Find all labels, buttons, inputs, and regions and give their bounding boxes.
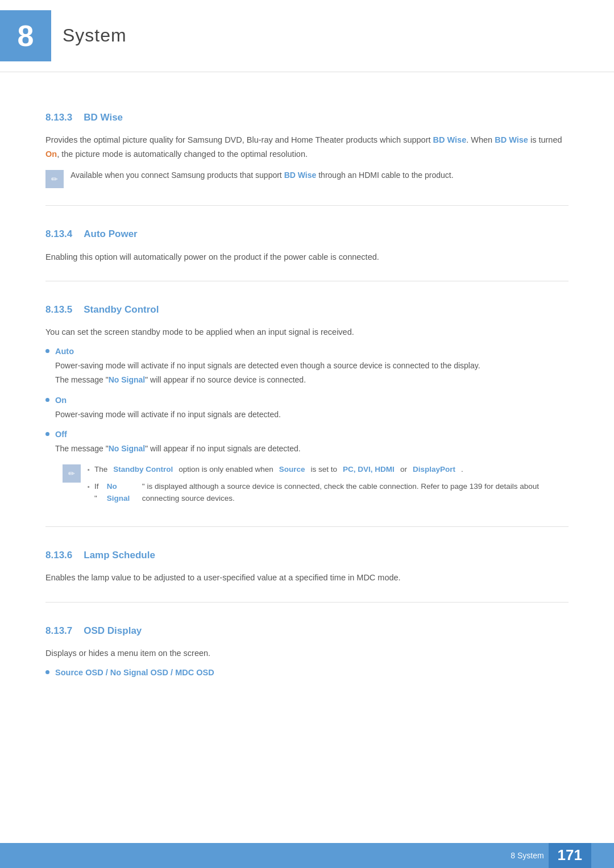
source-highlight: Source (279, 463, 305, 476)
bdwise-highlight-1: BD Wise (433, 135, 467, 144)
bullet-osd-label: Source OSD / No Signal OSD / MDC OSD (55, 666, 569, 679)
section-8137-body: Displays or hides a menu item on the scr… (45, 646, 569, 661)
main-content: 8.13.3 BD Wise Provides the optimal pict… (0, 72, 614, 732)
bullet-off: Off The message "No Signal" will appear … (45, 428, 569, 455)
chapter-number: 8 (18, 21, 34, 51)
sub-note-item-1: The Standby Control option is only enabl… (88, 463, 569, 476)
section-8133-number: 8.13.3 (45, 110, 72, 125)
divider-2 (45, 281, 569, 281)
section-8135-title: Standby Control (84, 302, 159, 317)
bullet-auto-label: Auto (55, 345, 569, 358)
note-icon-8133 (45, 170, 64, 188)
bullet-off-label: Off (55, 428, 569, 441)
section-8134-heading: 8.13.4 Auto Power (45, 226, 569, 242)
section-8136-body: Enables the lamp value to be adjusted to… (45, 571, 569, 585)
standby-control-highlight: Standby Control (113, 463, 173, 476)
bullet-dot-auto (45, 349, 49, 353)
footer-page-number: 171 (549, 843, 591, 868)
section-8137-number: 8.13.7 (45, 623, 72, 638)
bullet-on-content: On Power-saving mode will activate if no… (55, 394, 569, 421)
section-8134-title: Auto Power (84, 226, 137, 242)
bdwise-highlight-2: BD Wise (495, 135, 528, 144)
note-icon-8135 (63, 464, 81, 483)
page-footer: 8 System 171 (0, 843, 614, 868)
section-8134-number: 8.13.4 (45, 226, 72, 242)
displayport-highlight: DisplayPort (413, 463, 455, 476)
pc-dvi-hdmi-highlight: PC, DVI, HDMI (343, 463, 395, 476)
bullet-dot-off (45, 432, 49, 436)
divider-3 (45, 526, 569, 527)
chapter-header: 8 System (0, 0, 614, 72)
bullet-osd-content: Source OSD / No Signal OSD / MDC OSD (55, 666, 569, 679)
section-8136-heading: 8.13.6 Lamp Schedule (45, 547, 569, 563)
section-8136-number: 8.13.6 (45, 547, 72, 563)
bullet-dot-on (45, 398, 49, 402)
bullet-auto-desc2: The message "No Signal" will appear if n… (55, 373, 569, 387)
bullet-on: On Power-saving mode will activate if no… (45, 394, 569, 421)
source-osd: Source OSD (55, 668, 103, 677)
section-8134-body: Enabling this option will automatically … (45, 250, 569, 264)
bullet-auto-desc1: Power-saving mode will activate if no in… (55, 359, 569, 372)
chapter-number-block: 8 (0, 10, 51, 61)
footer-text: 8 System (511, 849, 544, 862)
section-8133-heading: 8.13.3 BD Wise (45, 110, 569, 125)
bullet-off-content: Off The message "No Signal" will appear … (55, 428, 569, 455)
bullet-off-desc: The message "No Signal" will appear if n… (55, 442, 569, 455)
section-8137-title: OSD Display (84, 623, 142, 638)
bullet-osd: Source OSD / No Signal OSD / MDC OSD (45, 666, 569, 679)
bullet-auto: Auto Power-saving mode will activate if … (45, 345, 569, 387)
section-8135-heading: 8.13.5 Standby Control (45, 302, 569, 317)
section-8135-bullets: Auto Power-saving mode will activate if … (45, 345, 569, 455)
section-8137-bullets: Source OSD / No Signal OSD / MDC OSD (45, 666, 569, 679)
no-signal-3: No Signal (107, 480, 138, 505)
section-8133-title: BD Wise (84, 110, 123, 125)
mdc-osd: MDC OSD (175, 668, 214, 677)
section-8136-title: Lamp Schedule (84, 547, 155, 563)
on-highlight: On (45, 149, 57, 159)
section-8137-heading: 8.13.7 OSD Display (45, 623, 569, 638)
section-8135-body: You can set the screen standby mode to b… (45, 325, 569, 339)
divider-4 (45, 602, 569, 603)
note-text-8133: Available when you connect Samsung produ… (70, 169, 454, 181)
sub-note-item-2: If "No Signal" is displayed although a s… (88, 480, 569, 505)
bullet-auto-content: Auto Power-saving mode will activate if … (55, 345, 569, 387)
bullet-dot-osd (45, 670, 49, 674)
sub-note-lines: The Standby Control option is only enabl… (88, 463, 569, 509)
divider-1 (45, 205, 569, 206)
section-8133-note: Available when you connect Samsung produ… (45, 169, 569, 188)
bullet-on-label: On (55, 394, 569, 407)
no-signal-osd: No Signal OSD (110, 668, 168, 677)
no-signal-1: No Signal (109, 375, 146, 384)
bdwise-highlight-note: BD Wise (284, 171, 317, 180)
no-signal-2: No Signal (109, 444, 146, 453)
section-8135-number: 8.13.5 (45, 302, 72, 317)
bullet-on-desc: Power-saving mode will activate if no in… (55, 408, 569, 421)
section-8135-sub-note: The Standby Control option is only enabl… (63, 463, 569, 509)
chapter-title: System (63, 21, 127, 50)
section-8133-body: Provides the optimal picture quality for… (45, 133, 569, 161)
